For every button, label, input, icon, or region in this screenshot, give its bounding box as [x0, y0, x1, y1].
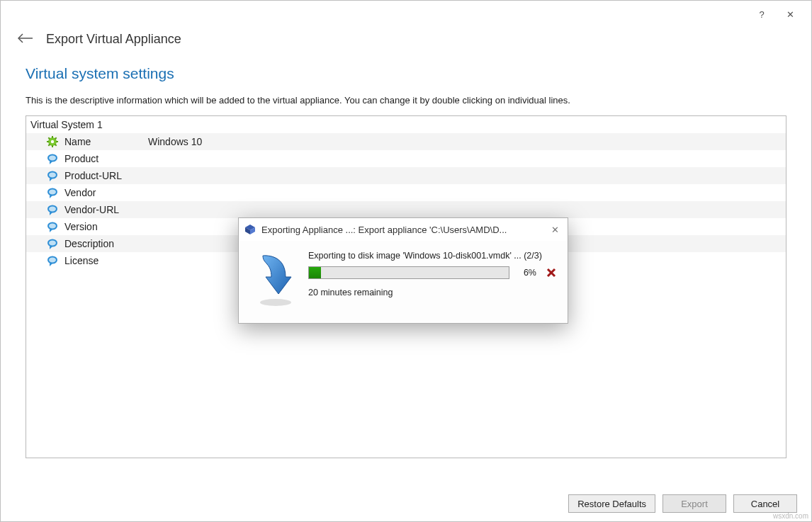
help-button[interactable]: ?: [748, 4, 776, 25]
svg-point-31: [49, 258, 56, 263]
gear-icon: [46, 135, 59, 148]
svg-line-7: [48, 137, 50, 139]
virtual-system-header-row[interactable]: Virtual System 1: [26, 116, 786, 133]
svg-marker-21: [50, 212, 52, 215]
close-button[interactable]: ✕: [776, 4, 804, 25]
table-row[interactable]: Vendor-URL: [26, 201, 786, 218]
export-arrow-icon: [246, 248, 301, 312]
help-icon: ?: [759, 9, 764, 20]
speech-bubble-icon: [46, 169, 59, 182]
restore-defaults-button[interactable]: Restore Defaults: [568, 494, 655, 513]
svg-point-16: [49, 173, 56, 178]
progress-fill: [309, 267, 321, 278]
svg-marker-24: [50, 229, 52, 232]
svg-marker-12: [50, 161, 52, 164]
table-row[interactable]: Name Windows 10: [26, 133, 786, 150]
row-label: Product: [64, 153, 148, 164]
svg-marker-18: [50, 195, 52, 198]
speech-bubble-icon: [46, 254, 59, 267]
svg-marker-30: [50, 263, 52, 266]
time-remaining: 20 minutes remaining: [308, 288, 558, 297]
progress-row: 6%: [308, 266, 558, 279]
progress-percent: 6%: [518, 268, 536, 278]
footer-buttons: Restore Defaults Export Cancel: [568, 494, 797, 513]
row-label: License: [64, 255, 148, 266]
export-button[interactable]: Export: [662, 494, 726, 513]
dialog-info: Exporting to disk image 'Windows 10-disk…: [308, 248, 558, 312]
row-label: Vendor: [64, 187, 148, 198]
svg-line-8: [55, 144, 57, 146]
row-label: Version: [64, 221, 148, 232]
back-arrow-icon[interactable]: [18, 33, 33, 45]
section-title: Virtual system settings: [26, 65, 786, 82]
svg-line-10: [55, 137, 57, 139]
window-titlebar: ? ✕: [1, 1, 811, 28]
row-label: Product-URL: [64, 170, 148, 181]
cancel-button[interactable]: Cancel: [733, 494, 797, 513]
speech-bubble-icon: [46, 220, 59, 233]
close-icon: ✕: [786, 9, 794, 20]
row-label: Name: [64, 136, 148, 147]
export-progress-dialog: Exporting Appliance ...: Export applianc…: [238, 217, 568, 324]
row-value: Windows 10: [148, 136, 786, 147]
svg-marker-27: [50, 246, 52, 249]
section-description: This is the descriptive information whic…: [26, 95, 786, 106]
svg-point-25: [49, 224, 56, 229]
svg-point-35: [260, 299, 291, 306]
dialog-titlebar: Exporting Appliance ...: Export applianc…: [239, 218, 568, 241]
wizard-title: Export Virtual Appliance: [46, 32, 181, 47]
table-row[interactable]: Vendor: [26, 184, 786, 201]
svg-marker-15: [50, 178, 52, 181]
svg-point-13: [49, 156, 56, 161]
svg-line-9: [48, 144, 50, 146]
speech-bubble-icon: [46, 186, 59, 199]
speech-bubble-icon: [46, 152, 59, 165]
row-label: Vendor-URL: [64, 204, 148, 215]
dialog-body: Exporting to disk image 'Windows 10-disk…: [239, 241, 568, 323]
svg-point-19: [49, 190, 56, 195]
progress-bar: [308, 266, 509, 279]
watermark: wsxdn.com: [773, 512, 808, 520]
export-appliance-window: ? ✕ Export Virtual Appliance Virtual sys…: [0, 0, 812, 522]
speech-bubble-icon: [46, 203, 59, 216]
export-status-text: Exporting to disk image 'Windows 10-disk…: [308, 251, 558, 261]
row-label: Description: [64, 238, 148, 249]
dialog-close-button[interactable]: ✕: [548, 225, 562, 235]
svg-point-28: [49, 241, 56, 246]
table-row[interactable]: Product: [26, 150, 786, 167]
wizard-header: Export Virtual Appliance: [1, 28, 811, 54]
cancel-export-button[interactable]: [545, 266, 558, 279]
svg-point-22: [49, 207, 56, 212]
speech-bubble-icon: [46, 237, 59, 250]
dialog-title: Exporting Appliance ...: Export applianc…: [261, 225, 542, 235]
table-row[interactable]: Product-URL: [26, 167, 786, 184]
virtualbox-cube-icon: [244, 224, 256, 235]
svg-point-2: [51, 140, 54, 143]
virtual-system-label: Virtual System 1: [30, 119, 103, 130]
